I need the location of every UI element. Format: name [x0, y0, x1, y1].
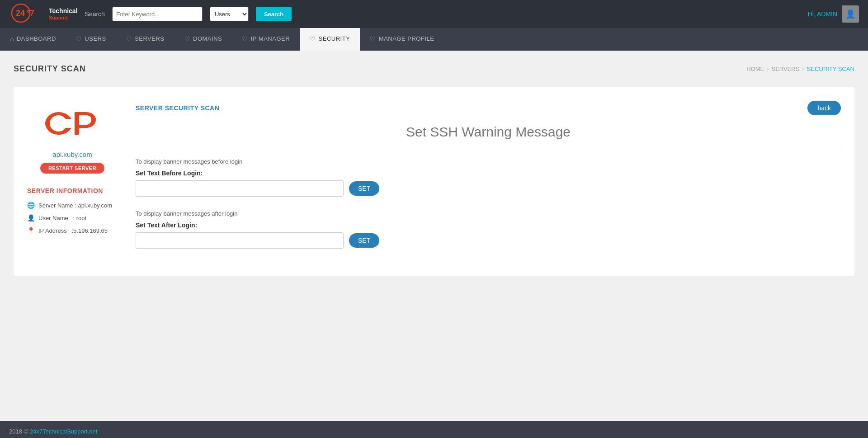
before-login-row: SET [136, 180, 841, 197]
header-left: 24 x 7 Technical Support Search Users Se… [9, 1, 292, 27]
before-login-group: To display banner messages before login … [136, 158, 841, 197]
page-header: SECURITY SCAN HOME › SERVERS › SECURITY … [14, 64, 854, 74]
breadcrumb-sep-1: › [767, 66, 769, 72]
nav-label-domains: DOMAINS [193, 35, 222, 42]
server-info-name-text: Server Name : api.xuby.com [38, 202, 112, 209]
before-login-label: Set Text Before Login: [136, 170, 841, 177]
server-info-name: 🌐 Server Name : api.xuby.com [27, 202, 112, 209]
after-login-label: Set Text After Login: [136, 221, 841, 229]
nav-label-ip-manager: IP MANAGER [251, 35, 290, 42]
nav-item-dashboard[interactable]: ⌂ DASHBOARD [0, 28, 66, 51]
header-right: Hi, ADMIN 👤 [808, 5, 859, 23]
before-login-input[interactable] [136, 180, 344, 197]
server-logo [45, 101, 99, 146]
security-icon: ♡ [310, 35, 316, 42]
user-icon: 👤 [27, 214, 35, 221]
search-button[interactable]: Search [256, 7, 292, 21]
svg-text:x: x [26, 8, 29, 14]
footer-link[interactable]: 24x7TechnicalSupport.net [30, 428, 98, 435]
main-nav: ⌂ DASHBOARD ♡ USERS ♡ SERVERS ♡ DOMAINS … [0, 28, 868, 51]
breadcrumb-home[interactable]: HOME [746, 66, 764, 72]
logo-icon: 24 x 7 [11, 3, 47, 23]
section-title: SERVER SECURITY SCAN [136, 104, 219, 112]
section-header: SERVER SECURITY SCAN back [136, 101, 841, 115]
after-login-desc: To display banner messages after login [136, 210, 841, 217]
nav-item-manage-profile[interactable]: ♡ MANAGE PROFILE [360, 28, 444, 51]
nav-label-users: USERS [85, 35, 106, 42]
avatar: 👤 [842, 5, 859, 23]
footer: 2018 © 24x7TechnicalSupport.net [0, 421, 868, 438]
server-name: api.xuby.com [52, 151, 92, 158]
hi-admin-text: Hi, ADMIN [808, 10, 837, 18]
logo-text: Technical Support [49, 7, 78, 21]
back-button[interactable]: back [807, 101, 841, 115]
server-info-title: SERVER INFORMATION [27, 187, 103, 194]
nav-label-security: SECURITY [319, 35, 350, 42]
nav-item-domains[interactable]: ♡ DOMAINS [175, 28, 232, 51]
manage-profile-icon: ♡ [370, 35, 376, 42]
before-login-desc: To display banner messages before login [136, 158, 841, 165]
nav-item-users[interactable]: ♡ USERS [66, 28, 116, 51]
main-content: SECURITY SCAN HOME › SERVERS › SECURITY … [0, 51, 868, 421]
search-category-select[interactable]: Users Servers Domains [210, 7, 249, 21]
left-sidebar: api.xuby.com RESTART SERVER SERVER INFOR… [27, 101, 118, 262]
server-info-ip: 📍 IP Address :5.196.169.65 [27, 227, 108, 234]
search-input[interactable] [112, 7, 203, 21]
server-info-ip-text: IP Address :5.196.169.65 [38, 227, 108, 234]
after-login-group: To display banner messages after login S… [136, 210, 841, 249]
breadcrumb: HOME › SERVERS › SECURITY SCAN [746, 66, 854, 72]
breadcrumb-servers[interactable]: SERVERS [772, 66, 800, 72]
after-login-set-button[interactable]: SET [349, 233, 379, 248]
content-card: api.xuby.com RESTART SERVER SERVER INFOR… [14, 87, 854, 276]
logo: 24 x 7 Technical Support [9, 1, 78, 27]
dashboard-icon: ⌂ [10, 35, 14, 42]
nav-item-security[interactable]: ♡ SECURITY [300, 28, 360, 51]
location-icon: 📍 [27, 227, 35, 234]
nav-item-ip-manager[interactable]: ♡ IP MANAGER [232, 28, 300, 51]
before-login-set-button[interactable]: SET [349, 181, 379, 196]
svg-text:24: 24 [16, 9, 25, 18]
nav-item-servers[interactable]: ♡ SERVERS [116, 28, 175, 51]
ip-manager-icon: ♡ [242, 35, 248, 42]
footer-text: 2018 © [9, 428, 28, 435]
ssh-warning-title: Set SSH Warning Message [136, 124, 841, 140]
search-label: Search [85, 10, 105, 18]
divider [136, 149, 841, 149]
globe-icon: 🌐 [27, 202, 35, 209]
after-login-input[interactable] [136, 232, 344, 249]
breadcrumb-sep-2: › [802, 66, 804, 72]
server-info-user: 👤 User Name : root [27, 214, 86, 221]
right-content: SERVER SECURITY SCAN back Set SSH Warnin… [136, 101, 841, 262]
nav-label-dashboard: DASHBOARD [17, 35, 56, 42]
servers-icon: ♡ [126, 35, 132, 42]
domains-icon: ♡ [184, 35, 191, 42]
cpanel-logo [45, 103, 99, 144]
server-info-user-text: User Name : root [38, 215, 86, 221]
breadcrumb-current[interactable]: SECURITY SCAN [807, 66, 854, 72]
restart-server-button[interactable]: RESTART SERVER [40, 163, 104, 174]
nav-label-servers: SERVERS [135, 35, 164, 42]
nav-label-manage-profile: MANAGE PROFILE [379, 35, 434, 42]
header: 24 x 7 Technical Support Search Users Se… [0, 0, 868, 28]
page-title: SECURITY SCAN [14, 64, 86, 74]
svg-text:7: 7 [30, 9, 34, 18]
after-login-row: SET [136, 232, 841, 249]
users-icon: ♡ [76, 35, 82, 42]
